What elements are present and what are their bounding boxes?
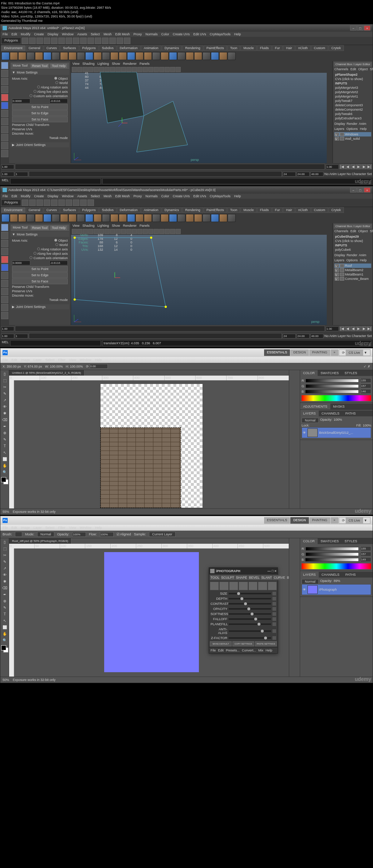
play-icon[interactable]: ▶ (356, 326, 361, 331)
vp-menu-item[interactable]: View (72, 224, 79, 227)
lock-icon[interactable] (272, 602, 276, 606)
shelf-icon[interactable] (35, 52, 43, 60)
shelf-tab[interactable]: General (26, 45, 43, 51)
paths-tab[interactable]: PATHS (342, 411, 359, 416)
cb-menu-item[interactable]: Edit (350, 229, 356, 233)
scale-tool-icon[interactable] (1, 264, 8, 271)
range-slider[interactable]: No Anim Layer No Character Set (0, 170, 373, 178)
axis-object-radio[interactable] (54, 239, 57, 242)
menu-item[interactable]: Assets (77, 32, 87, 36)
ps-tool-icon[interactable]: ↖ (1, 449, 8, 456)
vp-icon[interactable] (137, 67, 142, 72)
vp-menu-item[interactable]: Shading (82, 62, 94, 66)
ps-tool-icon[interactable]: ↗ (1, 397, 8, 404)
menu-item[interactable]: Help (234, 194, 241, 198)
layer-tab[interactable]: Display (334, 253, 345, 257)
move-settings-header[interactable]: ▼ Move Settings (11, 232, 69, 237)
vp-icon[interactable] (154, 67, 159, 72)
shelf-tab[interactable]: Dynamics (162, 207, 182, 213)
ph-menu-item[interactable]: Edit (218, 649, 224, 652)
shelf-icon[interactable] (60, 52, 68, 60)
cslive-button[interactable]: ⟳ CS Live ▼ (339, 517, 370, 524)
shelf-icon[interactable] (119, 214, 127, 222)
menu-item[interactable]: Window (80, 526, 91, 530)
ps-tool-icon[interactable]: ▯ (1, 539, 8, 546)
ps-tool-icon[interactable]: ⊕ (1, 430, 8, 436)
canvas-area[interactable] (14, 380, 289, 508)
ps-tool-icon[interactable]: ✒ (1, 591, 8, 598)
toolbar-icon[interactable] (22, 199, 28, 206)
shelf-tab[interactable]: Rendering (182, 45, 203, 51)
prev-icon[interactable]: ◀ (345, 164, 350, 169)
ph-mode-icon[interactable] (219, 582, 228, 590)
ph-slider-track[interactable] (229, 608, 271, 610)
shelf-icon[interactable] (52, 214, 60, 222)
shelf-tab[interactable]: Hair (283, 45, 295, 51)
shelf-icon[interactable] (169, 214, 177, 222)
toolbar-icon[interactable] (51, 37, 58, 44)
b-slider[interactable] (305, 558, 359, 562)
shelf-tab[interactable]: Polygons (79, 207, 99, 213)
toolbar-icon[interactable] (66, 199, 72, 206)
range-a[interactable] (15, 334, 28, 338)
brick-texture-layer[interactable] (101, 428, 181, 508)
shelf-icon[interactable] (144, 214, 152, 222)
set-to-point-button[interactable]: Set to Point (12, 104, 68, 110)
shelf-icon[interactable] (60, 214, 68, 222)
range-b[interactable] (283, 172, 296, 177)
vp-menu-item[interactable]: Shading (82, 224, 94, 227)
opt-angle[interactable] (90, 364, 108, 369)
menu-item[interactable]: Help (234, 32, 241, 36)
g-slider[interactable] (306, 384, 359, 388)
menu-item[interactable]: Create UVs (173, 194, 190, 198)
ps-tool-icon[interactable]: ↖ (1, 618, 8, 624)
color-swatch[interactable] (1, 645, 8, 653)
vp-icon[interactable] (132, 67, 137, 72)
menu-item[interactable]: Proxy (133, 32, 142, 36)
tool-help-button[interactable]: Tool Help (50, 64, 67, 68)
toolbar-icon[interactable] (124, 37, 130, 44)
layout-icon[interactable] (1, 134, 8, 141)
shelf-icon[interactable] (110, 214, 118, 222)
cb-menu-item[interactable]: Channels (334, 229, 348, 233)
shelf-tab[interactable]: Environment (1, 207, 25, 213)
swatches-tab[interactable]: SWATCHES (318, 538, 342, 544)
cvs-label[interactable]: CVs (click to show) (334, 77, 371, 81)
cb-menu-item[interactable]: Edit (350, 67, 356, 71)
paths-tab[interactable]: PATHS (342, 572, 359, 578)
shelf-tab[interactable]: Surfaces (60, 207, 79, 213)
layer-tab[interactable]: Render (347, 253, 358, 257)
workspace-design[interactable]: DESIGN (290, 517, 309, 524)
g-value[interactable] (360, 384, 371, 388)
toolbar-icon[interactable] (80, 37, 87, 44)
menu-item[interactable]: Image (21, 526, 30, 530)
shelf-tab[interactable]: Fur (272, 45, 283, 51)
menu-item[interactable]: Create UVs (173, 32, 190, 36)
color-tab[interactable]: COLOR (300, 370, 318, 376)
toolbar-icon[interactable] (36, 37, 43, 44)
vp-icon[interactable] (165, 229, 170, 234)
vp-menu-item[interactable]: Show (112, 62, 120, 66)
ps-tool-icon[interactable]: ✎ (1, 436, 8, 443)
shelf-icon[interactable] (119, 52, 127, 60)
shelf-icon[interactable] (10, 52, 18, 60)
set-to-edge-button[interactable]: Set to Edge (12, 272, 68, 278)
shelf-icon[interactable] (77, 214, 85, 222)
set-to-edge-button[interactable]: Set to Edge (12, 110, 68, 116)
collapsed-panels[interactable] (289, 538, 300, 677)
shelf-tab[interactable]: nCloth (295, 45, 311, 51)
menu-item[interactable]: File (3, 32, 8, 36)
shelf-icon[interactable] (136, 214, 144, 222)
workspace-essentials[interactable]: ESSENTIALS (264, 349, 290, 356)
menu-item[interactable]: Edit (12, 32, 17, 36)
mode-selector[interactable]: Polygons (1, 37, 21, 44)
shelf-icon[interactable] (94, 214, 102, 222)
vp-menu-item[interactable]: Lighting (97, 62, 109, 66)
shelf-tab[interactable]: Fluids (257, 45, 272, 51)
shelf-tab[interactable]: PaintEffects (204, 45, 227, 51)
collapsed-panels[interactable] (289, 370, 300, 508)
lock-icon[interactable] (272, 617, 276, 621)
opacity-value[interactable]: 89% (334, 579, 340, 584)
layer-tab[interactable]: Anim (359, 253, 366, 257)
cvs-label[interactable]: CVs (click to show) (334, 239, 371, 243)
